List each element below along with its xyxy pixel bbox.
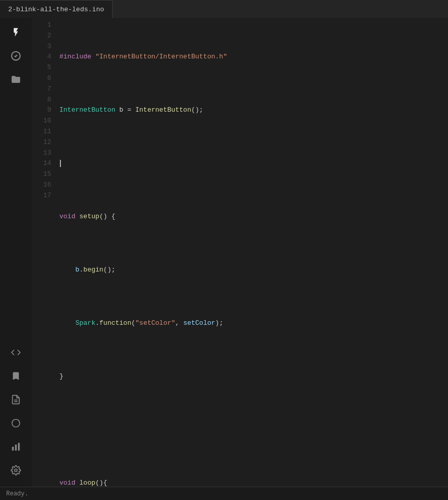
status-bar: Ready.	[0, 487, 448, 500]
code-line-8	[59, 425, 448, 435]
line-numbers: 1 2 3 4 5 6 7 8 9 10 11 12 13 14 15 16 1…	[32, 20, 55, 487]
flash-icon[interactable]	[6, 22, 26, 43]
line-num-3: 3	[36, 41, 51, 52]
editor-tab[interactable]: 2-blink-all-the-leds.ino	[0, 0, 113, 18]
line-num-4: 4	[36, 52, 51, 62]
code-line-3	[59, 158, 448, 169]
line-num-14: 14	[36, 158, 51, 169]
circle-icon[interactable]	[6, 413, 26, 433]
line-num-10: 10	[36, 116, 51, 127]
check-icon[interactable]	[6, 46, 26, 66]
line-num-1: 1	[36, 20, 51, 31]
status-text: Ready.	[6, 490, 28, 497]
editor-area[interactable]: 1 2 3 4 5 6 7 8 9 10 11 12 13 14 15 16 1…	[32, 18, 448, 487]
code-line-1: #include "InternetButton/InternetButton.…	[59, 52, 448, 62]
svg-point-7	[15, 469, 17, 472]
code-line-9: void loop(){	[59, 478, 448, 487]
folder-icon[interactable]	[6, 69, 26, 90]
main-content: 1 2 3 4 5 6 7 8 9 10 11 12 13 14 15 16 1…	[0, 18, 448, 487]
code-editor[interactable]: #include "InternetButton/InternetButton.…	[55, 20, 448, 487]
svg-point-3	[12, 420, 20, 427]
chart-icon[interactable]	[6, 436, 26, 457]
gear-icon[interactable]	[6, 460, 26, 481]
code-container[interactable]: 1 2 3 4 5 6 7 8 9 10 11 12 13 14 15 16 1…	[32, 18, 448, 487]
sidebar	[0, 18, 32, 487]
sidebar-bottom	[6, 342, 26, 487]
code-line-7: }	[59, 371, 448, 382]
line-num-16: 16	[36, 180, 51, 191]
bookmark-icon[interactable]	[6, 366, 26, 386]
tab-bar: 2-blink-all-the-leds.ino	[0, 0, 448, 18]
code-line-5: b.begin();	[59, 265, 448, 276]
line-num-2: 2	[36, 31, 51, 41]
line-num-12: 12	[36, 137, 51, 148]
line-num-5: 5	[36, 62, 51, 73]
line-num-8: 8	[36, 95, 51, 106]
code-line-2: InternetButton b = InternetButton();	[59, 105, 448, 116]
line-num-17: 17	[36, 191, 51, 201]
line-num-13: 13	[36, 148, 51, 159]
code-line-6: Spark.function("setColor", setColor);	[59, 318, 448, 329]
sidebar-top	[6, 22, 26, 342]
svg-rect-6	[18, 443, 19, 451]
svg-rect-4	[12, 447, 14, 451]
line-num-7: 7	[36, 84, 51, 95]
line-num-11: 11	[36, 127, 51, 137]
code-icon[interactable]	[6, 342, 26, 363]
document-icon[interactable]	[6, 389, 26, 410]
line-num-15: 15	[36, 169, 51, 180]
tab-label: 2-blink-all-the-leds.ino	[8, 6, 104, 13]
svg-rect-5	[15, 445, 16, 451]
code-line-4: void setup() {	[59, 212, 448, 222]
line-num-9: 9	[36, 105, 51, 116]
line-num-6: 6	[36, 73, 51, 84]
